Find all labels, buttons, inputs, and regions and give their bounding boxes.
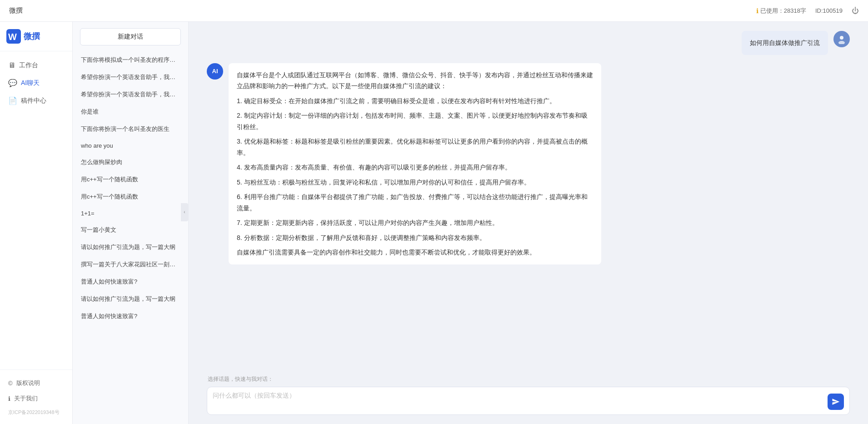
logo-text: 微撰 bbox=[24, 31, 40, 42]
history-item[interactable]: 撰写一篇关于八大家花园社区一刻钟便民生... bbox=[76, 256, 185, 273]
history-item[interactable]: who are you bbox=[76, 138, 185, 153]
history-item[interactable]: 你是谁 bbox=[76, 104, 185, 120]
ai-paragraph: 自媒体推广引流需要具备一定的内容创作和社交能力，同时也需要不断尝试和优化，才能取… bbox=[237, 247, 593, 258]
copyright-item[interactable]: © 版权说明 bbox=[0, 375, 72, 391]
sidebar-item-manuscripts[interactable]: 📄 稿件中心 bbox=[0, 92, 72, 110]
new-chat-button[interactable]: 新建对话 bbox=[80, 28, 181, 45]
history-item[interactable]: 用c++写一个随机函数 bbox=[76, 189, 185, 205]
about-icon: ℹ bbox=[8, 395, 10, 402]
history-item[interactable]: 1+1= bbox=[76, 206, 185, 221]
about-item[interactable]: ℹ 关于我们 bbox=[0, 391, 72, 406]
ai-paragraph: 7. 定期更新：定期更新内容，保持活跃度，可以让用户对你的内容产生兴趣，增加用户… bbox=[237, 217, 593, 229]
collapse-button[interactable]: ‹ bbox=[181, 203, 188, 221]
svg-point-3 bbox=[838, 41, 845, 44]
history-item[interactable]: 下面你将扮演一个名叫圣友的医生 bbox=[76, 121, 185, 137]
icp-text: 京ICP备2022019348号 bbox=[0, 406, 72, 419]
user-message-row: 如何用自媒体做推广引流 bbox=[207, 31, 850, 55]
doc-icon: 📄 bbox=[8, 96, 17, 105]
history-item[interactable]: 普通人如何快速致富? bbox=[76, 308, 185, 324]
sidebar-item-label: AI聊天 bbox=[21, 79, 40, 87]
id-label: ID:100519 bbox=[815, 7, 843, 14]
history-item[interactable]: 普通人如何快速致富? bbox=[76, 274, 185, 290]
topbar-right: ℹ 已使用：28318字 ID:100519 ⏻ bbox=[756, 7, 859, 15]
user-avatar bbox=[833, 31, 850, 47]
sidebar: W 微撰 🖥 工作台 💬 AI聊天 📄 稿件中心 © 版权说明 bbox=[0, 22, 73, 424]
ai-paragraph: 8. 分析数据：定期分析数据，了解用户反馈和喜好，以便调整推广策略和内容发布频率… bbox=[237, 232, 593, 244]
topbar: 微撰 ℹ 已使用：28318字 ID:100519 ⏻ bbox=[0, 0, 868, 22]
logo: W 微撰 bbox=[0, 22, 72, 51]
quick-topic-label: 选择话题，快速与我对话： bbox=[207, 375, 850, 383]
usage-info: ℹ 已使用：28318字 bbox=[756, 7, 806, 15]
chat-icon: 💬 bbox=[8, 79, 17, 87]
ai-message-row: AI 自媒体平台是个人或团队通过互联网平台（如博客、微博、微信公众号、抖音、快手… bbox=[207, 63, 850, 264]
chat-messages: 如何用自媒体做推广引流 AI 自媒体平台是个人或团队通过互联网平台（如博客、微博… bbox=[189, 22, 868, 375]
sidebar-item-label: 工作台 bbox=[19, 61, 38, 70]
ai-paragraph: 6. 利用平台推广功能：自媒体平台都提供了推广功能，如广告投放、付费推广等，可以… bbox=[237, 191, 593, 214]
send-icon bbox=[832, 398, 840, 406]
history-item[interactable]: 下面你将模拟成一个叫圣友的程序员，我说... bbox=[76, 52, 185, 68]
history-item[interactable]: 希望你扮演一个英语发音助手，我提供给你... bbox=[76, 86, 185, 103]
ai-paragraph: 5. 与粉丝互动：积极与粉丝互动，回复评论和私信，可以增加用户对你的认可和信任，… bbox=[237, 177, 593, 188]
ai-paragraph: 2. 制定内容计划：制定一份详细的内容计划，包括发布时间、频率、主题、文案、图片… bbox=[237, 110, 593, 132]
history-item[interactable]: 请以如何推广引流为题，写一篇大纲 bbox=[76, 239, 185, 255]
copyright-label: 版权说明 bbox=[16, 379, 40, 387]
chat-area: 如何用自媒体做推广引流 AI 自媒体平台是个人或团队通过互联网平台（如博客、微博… bbox=[189, 22, 868, 424]
user-message-text: 如何用自媒体做推广引流 bbox=[750, 39, 820, 46]
history-item[interactable]: 用c++写一个随机函数 bbox=[76, 171, 185, 188]
ai-message-bubble: 自媒体平台是个人或团队通过互联网平台（如博客、微博、微信公众号、抖音、快手等）发… bbox=[229, 63, 601, 264]
sidebar-item-workbench[interactable]: 🖥 工作台 bbox=[0, 57, 72, 74]
usage-label: 已使用：28318字 bbox=[760, 7, 806, 15]
ai-avatar: AI bbox=[207, 63, 223, 80]
sidebar-item-ai-chat[interactable]: 💬 AI聊天 bbox=[0, 74, 72, 92]
sidebar-item-label: 稿件中心 bbox=[21, 97, 46, 105]
ai-paragraph: 1. 确定目标受众：在开始自媒体推广引流之前，需要明确目标受众是谁，以便在发布内… bbox=[237, 95, 593, 107]
logout-icon[interactable]: ⏻ bbox=[852, 7, 859, 15]
svg-point-2 bbox=[840, 36, 843, 40]
input-box bbox=[207, 387, 850, 415]
svg-text:W: W bbox=[8, 32, 17, 42]
history-list: 下面你将模拟成一个叫圣友的程序员，我说...希望你扮演一个英语发音助手，我提供给… bbox=[73, 52, 188, 424]
nav-items: 🖥 工作台 💬 AI聊天 📄 稿件中心 bbox=[0, 51, 72, 369]
ai-paragraph: 4. 发布高质量内容：发布高质量、有价值、有趣的内容可以吸引更多的粉丝，并提高用… bbox=[237, 162, 593, 173]
copyright-icon: © bbox=[8, 380, 13, 387]
ai-paragraph: 自媒体平台是个人或团队通过互联网平台（如博客、微博、微信公众号、抖音、快手等）发… bbox=[237, 70, 593, 92]
info-icon: ℹ bbox=[756, 7, 758, 15]
history-panel: 新建对话 下面你将模拟成一个叫圣友的程序员，我说...希望你扮演一个英语发音助手… bbox=[73, 22, 189, 424]
history-item[interactable]: 希望你扮演一个英语发音助手，我提供给你... bbox=[76, 69, 185, 85]
input-area: 选择话题，快速与我对话： bbox=[189, 375, 868, 424]
workbench-icon: 🖥 bbox=[8, 61, 15, 70]
send-button[interactable] bbox=[828, 394, 844, 410]
history-item[interactable]: 怎么做狗屎炒肉 bbox=[76, 154, 185, 170]
history-item[interactable]: 写一篇小黄文 bbox=[76, 222, 185, 238]
ai-paragraph: 3. 优化标题和标签：标题和标签是吸引粉丝的重要因素。优化标题和标签可以让更多的… bbox=[237, 136, 593, 158]
chat-input[interactable] bbox=[213, 392, 824, 410]
about-label: 关于我们 bbox=[14, 394, 38, 403]
logo-icon: W bbox=[6, 29, 21, 44]
topbar-title: 微撰 bbox=[9, 6, 23, 15]
user-message-bubble: 如何用自媒体做推广引流 bbox=[742, 31, 828, 55]
sidebar-footer: © 版权说明 ℹ 关于我们 京ICP备2022019348号 bbox=[0, 369, 72, 424]
history-item[interactable]: 请以如何推广引流为题，写一篇大纲 bbox=[76, 291, 185, 307]
